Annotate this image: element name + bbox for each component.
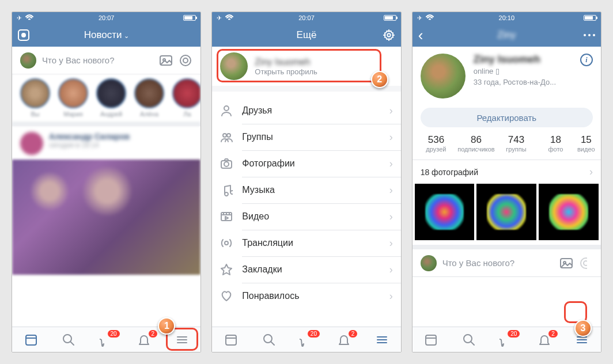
tab-search[interactable]	[260, 331, 278, 348]
stat-followers[interactable]: 86подписчиков	[457, 134, 495, 153]
chevron-down-icon: ⌄	[124, 32, 129, 40]
screen-news: ✈ 20:07 Новости⌄ Что у Вас нового? Вы Ма…	[12, 12, 201, 352]
music-icon	[220, 184, 233, 196]
chevron-right-icon: ›	[389, 237, 393, 249]
tabbar: 20 2	[413, 327, 601, 352]
profile-status: online ▯	[474, 67, 572, 75]
navbar: Новости⌄	[12, 24, 200, 47]
tab-news[interactable]	[422, 331, 440, 348]
tab-notifications[interactable]: 2	[536, 331, 553, 348]
info-button[interactable]: i	[580, 54, 593, 66]
menu-groups[interactable]: Группы ›	[212, 124, 400, 150]
compose-row[interactable]: Что у Вас нового?	[12, 47, 200, 74]
status-time: 20:07	[212, 14, 400, 21]
back-button[interactable]: ‹	[418, 26, 439, 44]
menu-list: Друзья › Группы › Фотографии › Музыка › …	[212, 97, 400, 309]
navbar-title: Ещё	[239, 29, 374, 41]
tab-menu[interactable]	[573, 331, 591, 348]
camera-icon[interactable]	[18, 29, 29, 41]
photos-header[interactable]: 18 фотографий ›	[413, 160, 601, 184]
tab-menu[interactable]	[373, 331, 391, 348]
svg-point-13	[223, 134, 226, 137]
svg-point-11	[387, 33, 391, 37]
stat-groups[interactable]: 743группы	[498, 134, 535, 153]
navbar-title: Ziny	[439, 29, 574, 41]
chevron-right-icon: ›	[589, 166, 593, 178]
settings-button[interactable]	[374, 29, 395, 41]
battery-icon	[584, 15, 596, 21]
photo-icon[interactable]	[159, 54, 173, 67]
camera-icon	[220, 157, 233, 170]
photo-thumb[interactable]	[539, 184, 599, 240]
tab-menu[interactable]	[173, 331, 191, 348]
tab-notifications[interactable]: 2	[335, 331, 353, 348]
svg-rect-23	[226, 335, 236, 345]
photo-thumb[interactable]	[415, 184, 475, 240]
svg-point-14	[227, 134, 230, 137]
svg-point-33	[581, 258, 591, 268]
battery-icon	[183, 15, 196, 21]
live-icon[interactable]	[579, 256, 593, 270]
stat-friends[interactable]: 536друзей	[418, 134, 455, 153]
chevron-right-icon: ›	[389, 211, 393, 223]
tab-news[interactable]	[222, 331, 240, 348]
tab-messages[interactable]: 20	[498, 331, 515, 348]
statusbar: ✈ 20:07	[12, 12, 200, 24]
tab-messages[interactable]: 20	[98, 331, 115, 348]
tab-news[interactable]	[22, 331, 40, 348]
chevron-right-icon: ›	[389, 264, 393, 276]
photo-thumb[interactable]	[476, 184, 536, 240]
menu-video[interactable]: Видео ›	[212, 203, 400, 230]
post-image[interactable]	[12, 160, 200, 275]
menu-photos[interactable]: Фотографии ›	[212, 150, 400, 177]
menu-music[interactable]: Музыка ›	[212, 177, 400, 203]
mobile-icon: ▯	[495, 67, 500, 75]
tab-search[interactable]	[460, 331, 478, 348]
chevron-right-icon: ›	[389, 290, 393, 302]
svg-point-2	[183, 58, 188, 63]
svg-line-26	[271, 342, 274, 345]
battery-icon	[384, 15, 396, 21]
menu-bookmarks[interactable]: Закладки ›	[212, 256, 400, 283]
live-icon[interactable]	[179, 54, 192, 67]
tab-notifications[interactable]: 2	[135, 331, 153, 348]
status-time: 20:10	[413, 14, 601, 21]
avatar	[20, 52, 36, 69]
stat-photos[interactable]: 18фото	[538, 134, 574, 153]
navbar-title[interactable]: Новости⌄	[39, 29, 174, 41]
more-button[interactable]	[574, 34, 595, 36]
profile-row[interactable]: Ziny Isuomeh Открыть профиль	[212, 47, 400, 86]
broadcast-icon	[220, 237, 233, 249]
stories-row[interactable]: Вы Мария Андрей Алёна Ла	[12, 74, 200, 126]
tab-messages[interactable]: 20	[298, 331, 315, 348]
svg-line-7	[70, 342, 74, 345]
svg-rect-34	[426, 335, 436, 345]
stat-video[interactable]: 15видео	[577, 134, 595, 153]
svg-point-3	[180, 55, 191, 66]
tab-search[interactable]	[60, 331, 77, 348]
menu-friends[interactable]: Друзья ›	[212, 97, 400, 124]
statusbar: ✈ 20:10	[413, 12, 601, 24]
avatar[interactable]	[421, 54, 466, 98]
profile-name: Ziny Isuomeh	[474, 54, 572, 66]
photos-strip[interactable]	[413, 184, 601, 245]
heart-icon	[220, 290, 233, 302]
chevron-right-icon: ›	[389, 131, 393, 143]
menu-liked[interactable]: Понравилось ›	[212, 283, 400, 309]
svg-rect-4	[26, 335, 36, 345]
photo-icon[interactable]	[559, 256, 573, 270]
star-icon	[220, 263, 233, 276]
chevron-right-icon: ›	[389, 184, 393, 196]
edit-button[interactable]: Редактировать	[421, 108, 593, 127]
stats-row: 536друзей 86подписчиков 743группы 18фото…	[413, 134, 601, 160]
profile-subtitle: Открыть профиль	[255, 67, 392, 76]
svg-point-22	[225, 241, 228, 245]
svg-point-12	[224, 106, 229, 111]
statusbar: ✈ 20:07	[212, 12, 400, 24]
profile-detail: 33 года, Ростов-на-До...	[474, 78, 572, 86]
feed-post[interactable]: Александр Силаров сегодня в 19:14	[12, 126, 200, 327]
compose-row[interactable]: Что у Вас нового?	[413, 249, 601, 277]
screen-profile: ✈ 20:10 ‹ Ziny Ziny Isuomeh online ▯ 33 …	[412, 12, 601, 352]
screen-more: ✈ 20:07 Ещё Ziny Isuomeh Открыть профиль…	[211, 12, 401, 352]
menu-live[interactable]: Трансляции ›	[212, 230, 400, 256]
